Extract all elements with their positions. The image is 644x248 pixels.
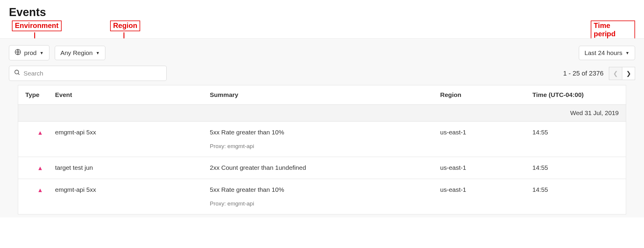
date-group-header: Wed 31 Jul, 2019 — [18, 105, 626, 122]
globe-icon — [15, 49, 21, 57]
col-header-region: Region — [440, 91, 532, 98]
svg-point-2 — [15, 70, 19, 74]
caret-down-icon: ▼ — [625, 51, 629, 55]
annotation-region: Region — [110, 21, 140, 31]
alert-up-icon: ▲ — [37, 165, 43, 172]
pagination-next-button[interactable]: ❯ — [622, 67, 635, 80]
page-title: Events — [9, 6, 635, 19]
search-field-wrapper[interactable] — [9, 66, 167, 81]
col-header-time: Time (UTC-04:00) — [532, 91, 619, 98]
cell-summary-sub: Proxy: emgmt-api — [210, 143, 440, 150]
cell-summary: 2xx Count greater than 1undefined — [210, 164, 440, 171]
annotation-time-period: Time period — [591, 21, 635, 40]
search-input[interactable] — [24, 70, 162, 77]
table-row[interactable]: ▲ target test jun 2xx Count greater than… — [18, 157, 626, 179]
table-header: Type Event Summary Region Time (UTC-04:0… — [18, 85, 626, 105]
pagination-range: 1 - 25 of 2376 — [563, 70, 604, 77]
annotation-layer: Environment Region Time period — [9, 21, 635, 35]
cell-event: emgmt-api 5xx — [55, 186, 210, 193]
cell-time: 14:55 — [532, 186, 619, 193]
alert-up-icon: ▲ — [37, 129, 43, 136]
region-dropdown[interactable]: Any Region ▼ — [55, 46, 105, 60]
pagination-prev-button[interactable]: ❮ — [609, 67, 622, 80]
region-dropdown-label: Any Region — [60, 49, 93, 56]
environment-dropdown[interactable]: prod ▼ — [9, 45, 49, 60]
search-icon — [14, 69, 21, 77]
alert-up-icon: ▲ — [37, 187, 43, 194]
time-period-dropdown[interactable]: Last 24 hours ▼ — [579, 46, 635, 60]
environment-dropdown-label: prod — [24, 49, 37, 56]
col-header-summary: Summary — [210, 91, 440, 98]
svg-line-3 — [18, 73, 20, 75]
caret-down-icon: ▼ — [96, 51, 100, 55]
cell-event: emgmt-api 5xx — [55, 129, 210, 136]
cell-event: target test jun — [55, 164, 210, 171]
cell-time: 14:55 — [532, 164, 619, 171]
cell-region: us-east-1 — [440, 186, 532, 193]
chevron-left-icon: ❮ — [613, 70, 618, 77]
date-group-label: Wed 31 Jul, 2019 — [570, 109, 619, 116]
time-period-dropdown-label: Last 24 hours — [584, 49, 622, 56]
caret-down-icon: ▼ — [40, 51, 44, 55]
col-header-event: Event — [55, 91, 210, 98]
table-row[interactable]: ▲ emgmt-api 5xx 5xx Rate greater than 10… — [18, 122, 626, 157]
chevron-right-icon: ❯ — [626, 70, 631, 77]
col-header-type: Type — [25, 91, 55, 98]
cell-summary: 5xx Rate greater than 10% — [210, 186, 440, 193]
cell-time: 14:55 — [532, 129, 619, 136]
cell-region: us-east-1 — [440, 164, 532, 171]
annotation-environment: Environment — [12, 21, 62, 31]
cell-region: us-east-1 — [440, 129, 532, 136]
events-table: Type Event Summary Region Time (UTC-04:0… — [18, 85, 626, 214]
table-row[interactable]: ▲ emgmt-api 5xx 5xx Rate greater than 10… — [18, 179, 626, 214]
cell-summary-sub: Proxy: emgmt-api — [210, 200, 440, 207]
cell-summary: 5xx Rate greater than 10% — [210, 129, 440, 136]
